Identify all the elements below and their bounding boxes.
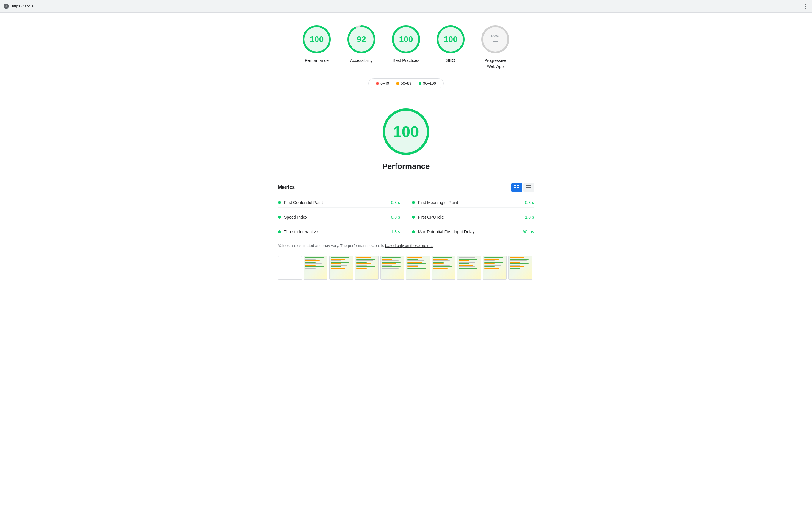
filmstrip-frame-2 (329, 256, 353, 280)
thumb-line (356, 265, 367, 266)
thumb-line (459, 259, 477, 260)
thumb-line (356, 266, 375, 267)
thumb-line (331, 265, 347, 266)
thumb-line (331, 263, 341, 264)
thumb-line (459, 265, 473, 266)
pwa-label-inner: PWA (491, 34, 500, 38)
thumb-line (510, 262, 520, 263)
thumb-line (510, 257, 524, 258)
metric-name-mpfid: Max Potential First Input Delay (418, 229, 475, 234)
big-score-label: Performance (382, 162, 430, 171)
thumb-line (407, 257, 422, 258)
thumb-line (459, 263, 469, 264)
thumb-line (510, 261, 526, 261)
metric-value-fmp: 0.8 s (525, 200, 534, 205)
thumb-line (331, 266, 341, 267)
browser-menu-icon[interactable]: ⋮ (803, 3, 808, 9)
metric-row-tti: Time to Interactive 1.8 s (278, 227, 400, 237)
metric-row-mpfid: Max Potential First Input Delay 90 ms (412, 227, 534, 237)
thumb-line (510, 263, 529, 264)
score-item-accessibility: 92 Accessibility (346, 24, 376, 70)
metric-name-fmp: First Meaningful Paint (418, 200, 458, 205)
svg-rect-17 (514, 185, 516, 186)
metrics-title: Metrics (278, 185, 295, 190)
thumb-line (305, 261, 320, 261)
metric-name-fci: First CPU Idle (418, 215, 444, 220)
thumb-line (459, 257, 475, 258)
legend-dot-pass (418, 82, 422, 85)
thumb-line (331, 262, 349, 263)
browser-bar: J https://jarv.is/ ⋮ (0, 0, 812, 12)
thumb-line (305, 266, 324, 267)
filmstrip-thumb-inner-8 (483, 256, 506, 279)
filmstrip-thumb-inner-3 (355, 256, 378, 279)
thumb-line (433, 259, 448, 260)
legend-item-average: 50–89 (396, 81, 411, 85)
thumb-line (356, 268, 367, 269)
svg-rect-22 (517, 189, 519, 189)
thumb-line (407, 262, 422, 263)
metrics-grid: First Contentful Paint 0.8 s First Meani… (278, 198, 534, 237)
filmstrip-frame-4 (380, 256, 404, 280)
metrics-note-link[interactable]: based only on these metrics (385, 243, 433, 248)
thumb-line (407, 266, 418, 267)
score-circle-seo: 100 (436, 24, 466, 54)
metric-dot-fcp (278, 201, 281, 204)
score-item-performance: 100 Performance (302, 24, 331, 70)
metrics-note-prefix: Values are estimated and may vary. The p… (278, 243, 385, 248)
thumb-line (510, 259, 529, 260)
thumb-line (305, 263, 322, 264)
thumb-line (382, 263, 397, 264)
filmstrip-frame-1 (303, 256, 327, 280)
svg-rect-18 (514, 187, 516, 188)
score-number-accessibility: 92 (356, 34, 366, 44)
thumb-line (484, 262, 503, 263)
thumb-line (382, 257, 401, 258)
score-number-performance: 100 (310, 34, 324, 44)
thumb-line (459, 266, 475, 267)
thumb-line (433, 263, 443, 264)
metric-dot-tti (278, 230, 281, 233)
metric-value-mpfid: 90 ms (523, 229, 534, 234)
score-label-accessibility: Accessibility (350, 58, 373, 64)
thumb-line (484, 259, 499, 260)
thumb-line (510, 265, 520, 266)
metric-dot-mpfid (412, 230, 415, 233)
metric-value-fci: 1.8 s (525, 215, 534, 220)
thumb-line (331, 259, 345, 260)
big-score-number: 100 (393, 123, 419, 141)
thumb-line (407, 261, 424, 261)
thumb-line (331, 257, 349, 258)
thumb-line (433, 266, 452, 267)
thumb-line (305, 262, 316, 263)
scores-row: 100 Performance 92 Accessibility (278, 24, 534, 70)
view-toggle (511, 183, 534, 192)
metric-name-si: Speed Index (284, 215, 308, 220)
toggle-grid-btn[interactable] (511, 183, 522, 192)
legend-range-fail: 0–49 (380, 81, 389, 85)
legend-range-pass: 90–100 (423, 81, 436, 85)
metric-dot-si (278, 216, 281, 219)
thumb-line (484, 268, 499, 269)
filmstrip-frame-6 (432, 256, 456, 280)
browser-url: https://jarv.is/ (12, 4, 800, 8)
thumb-line (305, 257, 324, 258)
svg-rect-19 (517, 185, 519, 186)
thumb-line (407, 263, 426, 264)
legend-range-average: 50–89 (401, 81, 411, 85)
score-circle-best-practices: 100 (391, 24, 421, 54)
score-label-performance: Performance (305, 58, 328, 64)
score-label-pwa: Progressive Web App (484, 58, 506, 70)
thumb-line (382, 265, 392, 266)
thumb-line (382, 268, 399, 269)
section-divider (278, 94, 534, 94)
metric-left-fmp: First Meaningful Paint (412, 200, 458, 205)
score-item-pwa: PWA — Progressive Web App (481, 24, 510, 70)
score-label-seo: SEO (446, 58, 455, 64)
thumb-line (484, 257, 503, 258)
thumb-line (382, 259, 392, 260)
thumb-line (407, 265, 418, 266)
toggle-list-btn[interactable] (523, 183, 534, 192)
legend: 0–49 50–89 90–100 (278, 78, 534, 88)
thumb-line (433, 261, 450, 261)
